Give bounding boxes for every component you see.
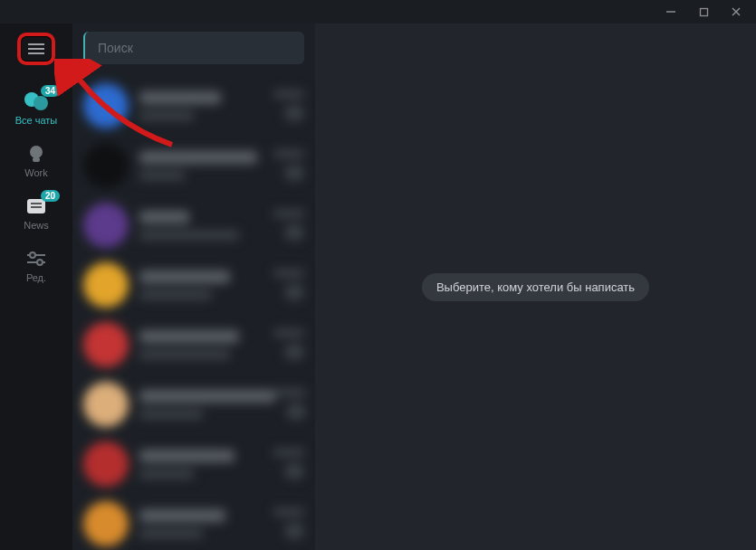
folder-all-chats[interactable]: 34 Все чаты: [5, 83, 68, 132]
svg-point-8: [33, 96, 48, 110]
avatar: [83, 83, 129, 128]
folder-label: Work: [24, 167, 47, 178]
minimize-button[interactable]: [655, 1, 687, 23]
search-input[interactable]: [83, 32, 304, 64]
svg-point-17: [37, 260, 43, 265]
chat-row[interactable]: [72, 315, 315, 375]
folder-work[interactable]: Work: [5, 136, 68, 185]
main-area: Выберите, кому хотели бы написать: [315, 24, 756, 550]
folder-news[interactable]: 20 News: [5, 188, 68, 237]
chat-list[interactable]: [72, 72, 315, 550]
chat-row[interactable]: [72, 375, 315, 434]
titlebar: [0, 0, 756, 24]
folder-badge: 20: [41, 190, 60, 202]
avatar: [83, 441, 129, 487]
chat-row[interactable]: [72, 255, 315, 315]
hamburger-icon: [27, 43, 45, 55]
folder-label: Ред.: [26, 272, 46, 283]
folder-label: News: [24, 220, 49, 231]
avatar: [83, 382, 129, 427]
menu-button[interactable]: [17, 33, 55, 65]
folder-label: Все чаты: [15, 115, 58, 126]
folder-edit[interactable]: Ред.: [5, 241, 68, 289]
sliders-icon: [22, 248, 51, 270]
chat-row[interactable]: [72, 76, 315, 136]
avatar: [83, 203, 129, 248]
chat-row[interactable]: [72, 195, 315, 255]
chat-row[interactable]: [72, 434, 315, 494]
folders-sidebar: 34 Все чаты Work 20 News: [0, 24, 72, 550]
folder-badge: 34: [41, 85, 60, 97]
empty-state-text: Выберите, кому хотели бы написать: [422, 273, 649, 301]
chat-row[interactable]: [72, 494, 315, 550]
chat-list-column: [72, 24, 315, 550]
chat-row[interactable]: [72, 136, 315, 195]
avatar: [83, 501, 129, 546]
avatar: [83, 143, 129, 188]
avatar: [83, 322, 129, 367]
maximize-button[interactable]: [687, 1, 720, 23]
close-button[interactable]: [720, 1, 752, 23]
svg-point-9: [30, 146, 43, 158]
bulb-icon: [22, 143, 51, 165]
svg-point-15: [30, 252, 35, 258]
avatar: [83, 262, 129, 308]
svg-rect-1: [700, 8, 707, 15]
svg-rect-10: [33, 157, 40, 162]
